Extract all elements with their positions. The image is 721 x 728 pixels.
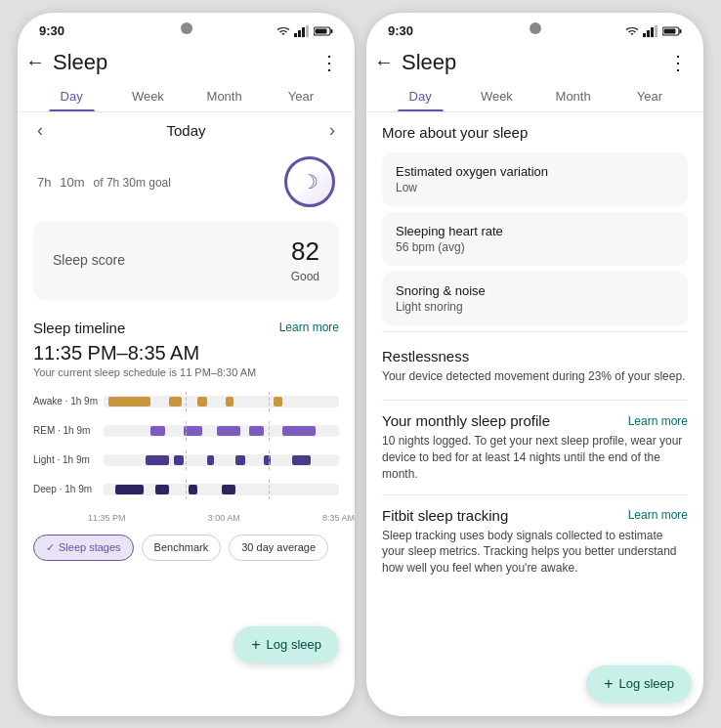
tab-day-right[interactable]: Day [382, 81, 458, 111]
status-bar-right: 9:30 [366, 13, 703, 44]
log-sleep-label-left: Log sleep [267, 637, 321, 652]
sleep-schedule-note: Your current sleep schedule is 11 PM–8:3… [33, 364, 339, 384]
grid-line-1 [186, 392, 187, 411]
timeline-header: Sleep timeline Learn more [18, 310, 355, 340]
next-arrow-left[interactable]: › [329, 120, 335, 141]
svg-rect-10 [655, 25, 657, 37]
monthly-title: Your monthly sleep profile [382, 412, 550, 429]
timeline-learn-more[interactable]: Learn more [279, 321, 339, 334]
sleep-time-display: 7h 10m of 7h 30m goal [37, 163, 171, 198]
fitbit-title: Fitbit sleep tracking [382, 507, 508, 524]
sleep-range-text: 11:35 PM–8:35 AM [33, 342, 339, 364]
deep-grid-2 [269, 480, 270, 499]
log-sleep-fab-right[interactable]: + Log sleep [586, 665, 692, 703]
more-menu-left[interactable]: ⋮ [319, 51, 339, 74]
plus-icon-left: + [251, 636, 260, 654]
svg-rect-9 [651, 27, 654, 37]
rem-segment-3 [217, 426, 240, 436]
snoring-card: Snoring & noise Light snoring [382, 272, 688, 325]
svg-rect-1 [298, 30, 301, 37]
light-label: Light · 1h 9m [33, 454, 104, 465]
heart-rate-card: Sleeping heart rate 56 bpm (avg) [382, 212, 688, 266]
grid-line-2 [269, 392, 270, 411]
tab-month-left[interactable]: Month [187, 81, 263, 111]
page-title-left: Sleep [53, 50, 107, 75]
rem-grid-2 [269, 421, 270, 441]
deep-segment-4 [222, 485, 235, 494]
fitbit-learn-more[interactable]: Learn more [628, 508, 688, 522]
sleep-score-label: Sleep score [53, 252, 125, 268]
light-bar-area [104, 454, 339, 466]
light-segment-4 [235, 455, 245, 465]
camera-dot-right [530, 22, 541, 34]
plus-icon-right: + [604, 675, 613, 693]
tab-day-left[interactable]: Day [33, 81, 109, 111]
deep-segment-3 [189, 485, 198, 494]
divider-3 [382, 494, 688, 495]
svg-rect-0 [294, 33, 297, 37]
light-grid-2 [269, 450, 270, 470]
time-label-end: 8:35 AM [322, 513, 355, 523]
light-segment-1 [146, 455, 169, 465]
more-menu-right[interactable]: ⋮ [668, 51, 688, 74]
tab-week-left[interactable]: Week [109, 81, 186, 111]
prev-arrow-left[interactable]: ‹ [37, 120, 43, 141]
benchmark-pill[interactable]: Benchmark [142, 535, 222, 561]
sleep-score-quality: Good [291, 270, 319, 283]
awake-segment-4 [226, 397, 233, 407]
restlessness-title: Restlessness [382, 348, 688, 364]
scroll-content-left: ‹ Today › 7h 10m of 7h 30m goal ☽ Sleep … [18, 112, 355, 716]
sleep-stages-label: Sleep stages [59, 541, 121, 553]
awake-label: Awake · 1h 9m [33, 396, 104, 407]
monthly-learn-more[interactable]: Learn more [628, 414, 688, 428]
divider-1 [382, 331, 688, 332]
check-icon: ✓ [46, 541, 55, 554]
svg-rect-6 [316, 28, 327, 33]
tab-week-right[interactable]: Week [458, 81, 534, 111]
sleep-stages-pill[interactable]: ✓ Sleep stages [33, 535, 134, 561]
awake-bar-area [104, 396, 339, 407]
camera-dot-left [181, 22, 192, 34]
deep-row: Deep · 1h 9m [33, 476, 339, 503]
wifi-icon-right [625, 25, 639, 37]
rem-segment-1 [150, 426, 164, 436]
time-label-start: 11:35 PM [88, 513, 126, 523]
sleep-goal-text: of 7h 30m goal [94, 176, 171, 190]
thirty-day-pill[interactable]: 30 day average [229, 535, 328, 561]
tabs-right: Day Week Month Year [366, 81, 703, 112]
sleep-score-number: 82 [291, 236, 319, 267]
light-segment-6 [292, 455, 311, 465]
header-left: ← Sleep ⋮ [18, 44, 355, 81]
right-phone: 9:30 ← Sleep ⋮ Day Week Month Y [366, 13, 703, 716]
tab-year-left[interactable]: Year [263, 81, 339, 111]
battery-icon [314, 25, 333, 37]
tab-year-right[interactable]: Year [612, 81, 688, 111]
log-sleep-fab-left[interactable]: + Log sleep [233, 626, 339, 664]
tab-month-right[interactable]: Month [535, 81, 612, 111]
back-button-right[interactable]: ← [374, 51, 394, 73]
awake-segment-1 [108, 397, 150, 407]
benchmark-label: Benchmark [154, 541, 209, 553]
rem-segment-5 [282, 426, 316, 436]
current-date-left: Today [166, 122, 205, 139]
page-title-right: Sleep [402, 50, 456, 75]
deep-grid-1 [186, 480, 187, 499]
oxygen-card: Estimated oxygen variation Low [382, 152, 688, 206]
svg-rect-3 [306, 25, 309, 37]
back-button-left[interactable]: ← [25, 51, 45, 73]
status-icons-left [276, 25, 333, 37]
svg-rect-12 [680, 29, 682, 33]
restlessness-section: Restlessness Your device detected moveme… [366, 338, 703, 395]
awake-segment-3 [197, 397, 207, 407]
awake-row: Awake · 1h 9m [33, 388, 339, 415]
rem-grid-1 [186, 421, 187, 441]
svg-rect-7 [643, 33, 646, 37]
deep-segment-1 [115, 485, 144, 494]
signal-icon-right [643, 25, 658, 37]
light-row: Light · 1h 9m [33, 447, 339, 474]
header-right: ← Sleep ⋮ [366, 44, 703, 81]
rem-segment-4 [249, 426, 263, 436]
status-time-left: 9:30 [39, 23, 64, 38]
monthly-desc: 10 nights logged. To get your next sleep… [382, 433, 688, 482]
signal-icon [294, 25, 310, 37]
